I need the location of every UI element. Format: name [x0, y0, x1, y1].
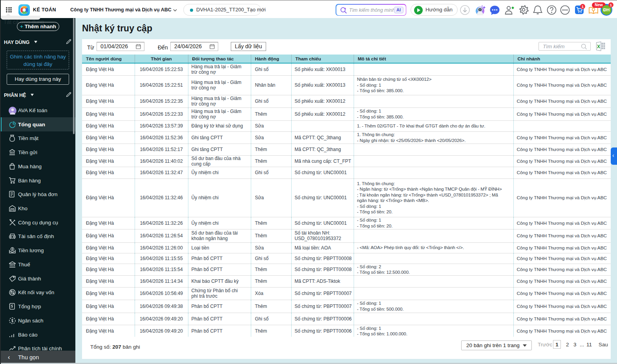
svg-text:X: X — [597, 44, 600, 49]
